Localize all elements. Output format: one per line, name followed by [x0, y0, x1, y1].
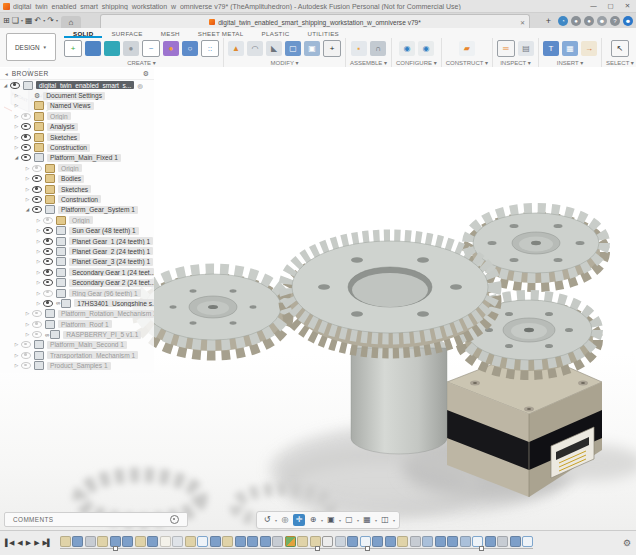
timeline-feature-sketch[interactable]	[135, 536, 146, 547]
timeline-feature-extrude[interactable]	[447, 536, 458, 547]
gear-planet-left[interactable]	[139, 270, 287, 354]
expand-arrow-icon[interactable]: ▷	[13, 124, 20, 129]
browser-row[interactable]: ▷Planet Gear_2 (24 teeth) 1	[0, 246, 154, 256]
browser-row-label[interactable]: Origin	[69, 216, 93, 224]
ribbon-tab-sheet-metal[interactable]: SHEET METAL	[189, 28, 253, 38]
timeline-feature-extrude[interactable]	[235, 536, 246, 547]
timeline-feature-flag[interactable]	[197, 536, 208, 547]
timeline-feature-move[interactable]	[322, 536, 333, 547]
expand-arrow-icon[interactable]: ▷	[13, 342, 20, 347]
file-menu-caret[interactable]: ▾	[21, 18, 23, 23]
browser-row[interactable]: ▷Platform_Rotation_Mechanism 1	[0, 309, 154, 319]
expand-arrow-icon[interactable]: ▷	[13, 363, 20, 368]
visibility-eye-icon[interactable]	[32, 175, 42, 182]
browser-row[interactable]: ▷Origin	[0, 215, 154, 225]
timeline-feature-appearance[interactable]	[285, 536, 296, 547]
browser-row[interactable]: ▷Construction	[0, 194, 154, 204]
visibility-eye-icon[interactable]	[43, 279, 53, 286]
timeline-feature-joint[interactable]	[85, 536, 96, 547]
visibility-eye-icon[interactable]	[43, 258, 53, 265]
timeline-feature-flag[interactable]	[522, 536, 533, 547]
browser-row-label[interactable]: RASPBERRY_PI_5 v1.1	[63, 331, 141, 339]
sync-status-icon[interactable]: ◔	[558, 16, 568, 26]
home-tab[interactable]: ⌂	[61, 16, 81, 28]
form-icon[interactable]	[104, 41, 120, 56]
design-workspace-button[interactable]: DESIGN ▼	[6, 33, 56, 61]
insert-mesh-icon[interactable]: →	[581, 41, 597, 56]
notifications-icon[interactable]: ●	[584, 16, 594, 26]
visibility-eye-icon[interactable]	[32, 321, 42, 328]
browser-row[interactable]: ▷Origin	[0, 111, 154, 121]
add-tab-button[interactable]: +	[546, 16, 551, 26]
browser-row-label[interactable]: digital_twin_enabled_smart_s...	[36, 81, 134, 89]
ribbon-tab-mesh[interactable]: MESH	[152, 28, 189, 38]
configure-icon[interactable]: ◉	[399, 41, 415, 56]
play-button[interactable]: ▶	[26, 539, 30, 547]
expand-arrow-icon[interactable]: ▷	[24, 187, 31, 192]
pan-icon[interactable]: ✛	[293, 514, 305, 526]
browser-row-label[interactable]: Origin	[47, 112, 71, 120]
canvas-icon[interactable]: ▦	[562, 41, 578, 56]
comments-bar[interactable]: COMMENTS	[4, 512, 188, 527]
timeline-feature-extrude[interactable]	[247, 536, 258, 547]
browser-row[interactable]: ▷Sketches	[0, 132, 154, 142]
expand-arrow-icon[interactable]: ▷	[13, 93, 20, 98]
visibility-eye-icon[interactable]	[32, 196, 42, 203]
joint-icon[interactable]: ∩	[370, 41, 386, 56]
browser-row-label[interactable]: Construction	[47, 144, 90, 152]
expand-arrow-icon[interactable]: ▷	[35, 270, 42, 275]
expand-arrow-icon[interactable]: ▷	[35, 228, 42, 233]
expand-arrow-icon[interactable]: ▷	[35, 291, 42, 296]
timeline-settings-icon[interactable]: ⚙	[623, 538, 631, 548]
visibility-eye-icon[interactable]	[43, 269, 53, 276]
expand-arrow-icon[interactable]: ▷	[35, 301, 42, 306]
visibility-eye-icon[interactable]	[10, 82, 20, 89]
browser-row[interactable]: ▷Secondary Gear 2 (24 teet...	[0, 277, 154, 287]
browser-row-label[interactable]: Platform_Rotation_Mechanism 1	[58, 310, 154, 318]
timeline-feature-extrude[interactable]	[385, 536, 396, 547]
timeline-marker[interactable]	[113, 546, 118, 551]
browser-row-label[interactable]: Planet Gear_3 (24 teeth) 1	[69, 258, 153, 266]
browser-row-label[interactable]: Secondary Gear 1 (24 teet...	[69, 268, 154, 276]
timeline-feature-extrude[interactable]	[510, 536, 521, 547]
close-button[interactable]: ✕	[619, 0, 636, 12]
pattern-icon[interactable]: ::	[201, 40, 219, 57]
step-back-button[interactable]: ◀	[17, 539, 21, 547]
browser-row[interactable]: ▷Product_Samples 1	[0, 361, 154, 371]
expand-arrow-icon[interactable]: ▷	[13, 145, 20, 150]
timeline-feature-circular[interactable]	[172, 536, 183, 547]
visibility-eye-icon[interactable]	[21, 362, 31, 369]
fillet-icon[interactable]: ◠	[247, 41, 263, 56]
save-icon[interactable]: ▦	[25, 13, 33, 28]
ribbon-tab-plastic[interactable]: PLASTIC	[253, 28, 299, 38]
timeline-feature-document[interactable]	[160, 536, 171, 547]
spline-icon[interactable]: ~	[142, 40, 160, 57]
look-at-icon[interactable]: ◎	[279, 514, 291, 526]
timeline-feature-extrude[interactable]	[435, 536, 446, 547]
timeline-feature-sketch[interactable]	[185, 536, 196, 547]
step-forward-button[interactable]: ▶	[34, 539, 38, 547]
expand-arrow-icon[interactable]: ▷	[13, 135, 20, 140]
browser-row[interactable]: ▷Platform_Roof 1	[0, 319, 154, 329]
app-launcher-icon[interactable]: ⊞	[3, 13, 10, 28]
move-copy-icon[interactable]: +	[323, 40, 341, 57]
expand-arrow-icon[interactable]: ▷	[24, 332, 31, 337]
expand-arrow-icon[interactable]: ▷	[35, 218, 42, 223]
orbit-caret[interactable]: ▾	[275, 518, 277, 523]
expand-arrow-icon[interactable]: ▷	[13, 103, 20, 108]
orbit-icon[interactable]: ↺	[261, 514, 273, 526]
browser-row[interactable]: ▷∞17HS3401_Usongshine s...	[0, 298, 154, 308]
help-icon[interactable]: ?	[610, 16, 620, 26]
file-menu-icon[interactable]: ❏	[12, 13, 19, 28]
viewports-caret[interactable]: ▾	[393, 518, 395, 523]
visibility-eye-icon[interactable]	[43, 227, 53, 234]
browser-row[interactable]: ▷Origin	[0, 163, 154, 173]
browser-row-label[interactable]: Sketches	[47, 133, 80, 141]
grid-and-snaps-caret[interactable]: ▾	[375, 518, 377, 523]
browser-row-label[interactable]: Bodies	[58, 175, 84, 183]
expand-arrow-icon[interactable]: ▷	[35, 239, 42, 244]
browser-row[interactable]: ◢Platform_Main_Fixed 1	[0, 153, 154, 163]
primitive-box-icon[interactable]: ●	[123, 41, 139, 56]
browser-row-label[interactable]: Planet Gear_1 (24 teeth) 1	[69, 237, 153, 245]
browser-row-label[interactable]: Planet Gear_2 (24 teeth) 1	[69, 247, 153, 255]
